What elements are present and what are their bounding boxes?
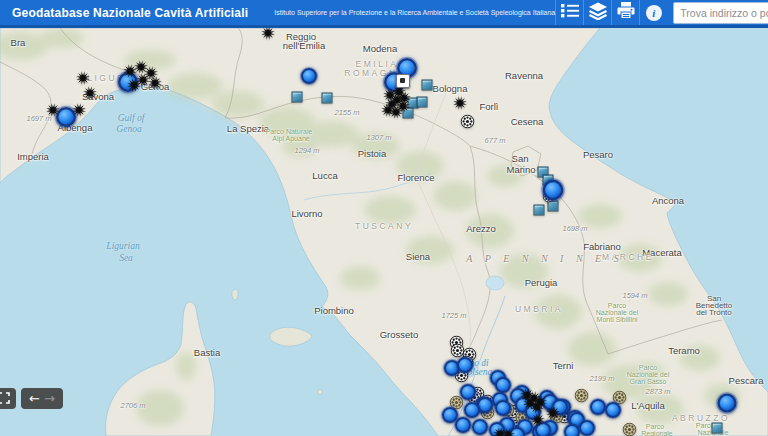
cavity-marker-star[interactable] [501, 428, 516, 436]
cavity-marker-blue[interactable] [460, 384, 476, 400]
map-label-bra: Bra [11, 37, 26, 48]
map-label-perugia: Perugia [525, 277, 558, 288]
cavity-marker-cube[interactable] [417, 97, 428, 108]
cavity-marker-blue[interactable] [579, 420, 595, 436]
map-label-marche: MARCHE [602, 252, 654, 262]
toolbar: i [555, 0, 667, 25]
map-label-bastia: Bastia [194, 347, 220, 358]
map-label-parco-naturale: Parco Naturale [266, 128, 313, 135]
map-label-ravenna: Ravenna [505, 70, 543, 81]
map-label-florence: Florence [398, 172, 435, 183]
map-label-1698-m: 1698 m [562, 224, 587, 233]
map-label-1294-m: 1294 m [294, 146, 319, 155]
cavity-marker-star[interactable] [261, 28, 276, 41]
cavity-marker-cube[interactable] [534, 205, 545, 216]
map-label-2706-m: 2706 m [120, 401, 145, 410]
cavity-marker-star[interactable] [546, 406, 561, 421]
fullscreen-icon [0, 390, 10, 408]
map-label-nazionale-dei: Nazionale dei [596, 309, 638, 316]
map-label-siena: Siena [406, 251, 430, 262]
app-subtitle: Istituto Superiore per la Protezione e l… [274, 9, 555, 16]
map-label-1725-m: 1725 m [441, 311, 466, 320]
cavity-marker-cube[interactable] [422, 80, 433, 91]
cavity-marker-blue[interactable] [495, 400, 511, 416]
map-annotations: BraReggionell'EmiliaModenaBolognaRavenna… [0, 28, 768, 436]
app-title: Geodatabase Nazionale Cavità Artificiali [12, 6, 248, 20]
search-input[interactable] [673, 2, 768, 24]
cavity-marker-star[interactable] [453, 96, 468, 111]
cavity-marker-blue[interactable] [717, 393, 736, 412]
map-label-2873-m: 2873 m [645, 387, 670, 396]
map-label-tuscany: TUSCANY [355, 221, 413, 231]
layers-icon [588, 2, 608, 24]
cavity-marker-cube[interactable] [292, 92, 303, 103]
cavity-marker-star[interactable] [389, 105, 404, 120]
cavity-marker-gear-tan[interactable] [623, 423, 638, 436]
map-label-l-aquila: L'Aquila [631, 400, 665, 411]
map-label-benedetto: Benedetto [696, 301, 732, 310]
map-label-sea: Sea [119, 253, 133, 263]
cavity-marker-star[interactable] [76, 71, 91, 86]
map-label-reggio: Reggio [286, 31, 316, 42]
map-label-macerata: Macerata [642, 247, 682, 258]
print-button[interactable] [611, 0, 639, 25]
map-label-emilia: EMILIA [356, 59, 399, 69]
map-label-la-spezia: La Spezia [227, 123, 269, 134]
legend-button[interactable] [555, 0, 583, 25]
map-label-regionale: Regionale [641, 430, 673, 436]
cavity-marker-star[interactable] [46, 103, 61, 118]
legend-icon [561, 3, 579, 22]
cavity-marker-blue[interactable] [590, 399, 606, 415]
cavity-marker-gear[interactable] [461, 115, 476, 130]
map-label-genoa: Genoa [116, 124, 141, 134]
map-label-1594-m: 1594 m [622, 291, 647, 300]
cavity-marker-blue[interactable] [472, 419, 488, 435]
history-back-button[interactable]: ← [29, 392, 40, 405]
map-label-2199-m: 2199 m [589, 374, 614, 383]
map-canvas[interactable]: BraReggionell'EmiliaModenaBolognaRavenna… [0, 28, 768, 436]
map-label-2155-m: 2155 m [334, 108, 359, 117]
info-button[interactable]: i [639, 0, 667, 25]
cavity-marker-selected[interactable] [396, 74, 410, 88]
map-label-1307-m: 1307 m [366, 133, 391, 142]
cavity-marker-cube[interactable] [322, 93, 333, 104]
map-label-nazionale-del: Nazionale del [627, 371, 669, 378]
layers-button[interactable] [583, 0, 611, 25]
cavity-marker-blue[interactable] [543, 180, 564, 201]
map-label-arezzo: Arezzo [466, 223, 496, 234]
cavity-marker-blue[interactable] [564, 424, 580, 436]
cavity-marker-star[interactable] [83, 86, 98, 101]
map-label-teramo: Teramo [668, 345, 700, 356]
map-label-forl: Forlì [480, 101, 499, 112]
cavity-marker-cube[interactable] [712, 423, 723, 434]
cavity-marker-blue[interactable] [605, 402, 621, 418]
history-controls: ← → [21, 388, 63, 409]
map-label-parco: Parco [608, 302, 626, 309]
cavity-marker-blue[interactable] [464, 402, 480, 418]
cavity-marker-blue[interactable] [442, 407, 458, 423]
cavity-marker-blue[interactable] [495, 377, 511, 393]
map-label-gran-sasso: Gran Sasso [630, 378, 667, 385]
fullscreen-button[interactable] [0, 388, 16, 409]
cavity-marker-star[interactable] [127, 78, 142, 93]
map-label-abruzzo: ABRUZZO [672, 413, 730, 423]
cavity-marker-star[interactable] [397, 91, 412, 106]
map-label-umbria: UMBRIA [515, 304, 563, 314]
cavity-marker-star[interactable] [72, 103, 87, 118]
map-label-nell-emilia: nell'Emilia [283, 40, 325, 51]
cavity-marker-gear-tan[interactable] [575, 389, 590, 404]
cavity-marker-blue[interactable] [455, 417, 471, 433]
cavity-marker-star[interactable] [531, 413, 546, 428]
app-header: Geodatabase Nazionale Cavità Artificiali… [0, 0, 768, 28]
map-label-grosseto: Grosseto [380, 329, 419, 340]
map-label-terni: Terni [553, 360, 574, 371]
history-forward-button[interactable]: → [44, 392, 55, 405]
map-label-parco: Parco [639, 364, 657, 371]
map-label-imperia: Imperia [17, 151, 49, 162]
map-label-gulf-of: Gulf of [118, 113, 145, 123]
map-label-marino: Marino [506, 164, 535, 175]
cavity-marker-blue[interactable] [457, 357, 473, 373]
cavity-marker-blue[interactable] [301, 68, 317, 84]
cavity-marker-star[interactable] [148, 76, 163, 91]
map-label-monti-sibillini: Monti Sibillini [597, 316, 638, 323]
